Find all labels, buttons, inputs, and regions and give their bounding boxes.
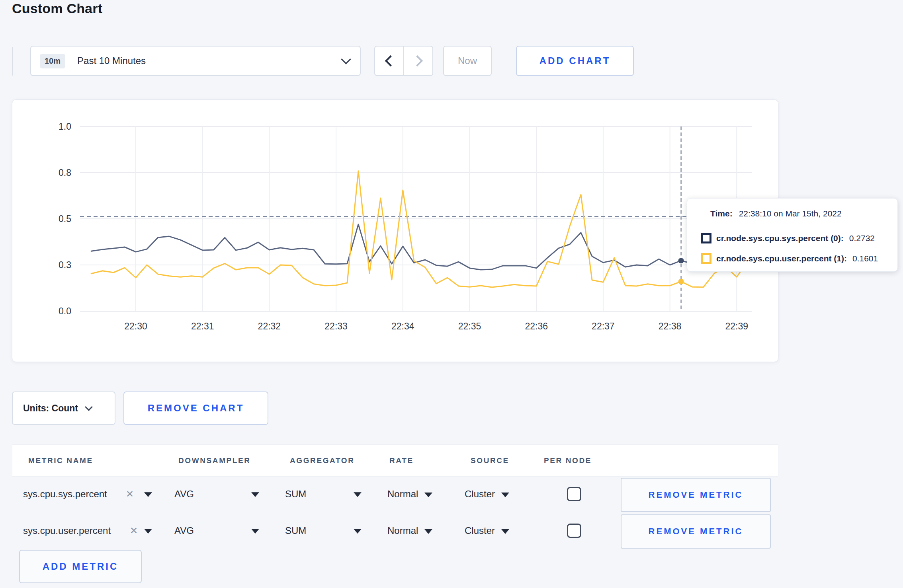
line-chart[interactable]: 0.00.30.50.81.022:3022:3122:3222:3322:34… (12, 100, 778, 362)
rate-select[interactable]: Normal (387, 489, 432, 500)
remove-metric-x-icon[interactable]: ✕ (126, 489, 134, 500)
source-dropdown-caret-icon (501, 493, 509, 497)
svg-text:0.3: 0.3 (59, 260, 71, 270)
units-label: Units: Count (23, 403, 78, 414)
tooltip-series-row: cr.node.sys.cpu.sys.percent (0): 0.2732 (701, 233, 875, 243)
rate-select[interactable]: Normal (387, 525, 432, 536)
metric-name-dropdown-caret-icon[interactable] (144, 529, 152, 533)
rate-dropdown-caret-icon (424, 529, 432, 534)
aggregator-value[interactable]: SUM (285, 489, 306, 500)
source-select[interactable]: Cluster (465, 525, 509, 536)
tooltip-series-name: cr.node.sys.cpu.user.percent (1): (716, 254, 847, 263)
add-chart-button[interactable]: ADD CHART (516, 46, 634, 76)
col-header-source: SOURCE (471, 456, 509, 465)
time-next-button[interactable] (404, 47, 432, 75)
svg-text:22:31: 22:31 (191, 321, 214, 331)
remove-chart-button[interactable]: REMOVE CHART (123, 391, 268, 425)
metric-row: sys.cpu.user.percent ✕ AVG SUM Normal Cl… (12, 512, 778, 549)
remove-metric-x-icon[interactable]: ✕ (130, 525, 138, 536)
tooltip-time-row: Time: 22:38:10 on Mar 15th, 2022 (710, 209, 842, 218)
tooltip-series-value: 0.2732 (849, 234, 875, 243)
tooltip-series-row: cr.node.sys.cpu.user.percent (1): 0.1601 (701, 253, 878, 264)
col-header-metric-name: METRIC NAME (28, 456, 93, 465)
svg-text:22:35: 22:35 (458, 321, 481, 331)
metric-name-dropdown-caret-icon[interactable] (144, 492, 152, 497)
col-header-downsampler: DOWNSAMPLER (178, 456, 251, 465)
svg-text:22:33: 22:33 (324, 321, 348, 331)
tooltip-series-name: cr.node.sys.cpu.sys.percent (0): (716, 234, 844, 243)
metrics-table-header: METRIC NAME DOWNSAMPLER AGGREGATOR RATE … (12, 444, 778, 477)
svg-text:22:37: 22:37 (592, 321, 615, 331)
time-prev-button[interactable] (375, 47, 404, 75)
downsampler-dropdown-caret-icon[interactable] (251, 492, 259, 497)
svg-text:22:34: 22:34 (391, 321, 414, 331)
metric-row: sys.cpu.sys.percent ✕ AVG SUM Normal Clu… (12, 476, 778, 512)
per-node-checkbox[interactable] (567, 487, 581, 501)
metric-name-value[interactable]: sys.cpu.sys.percent (23, 489, 107, 500)
svg-text:0.0: 0.0 (59, 306, 71, 316)
remove-metric-button[interactable]: REMOVE METRIC (621, 478, 771, 512)
svg-text:0.5: 0.5 (59, 214, 71, 224)
aggregator-dropdown-caret-icon[interactable] (354, 492, 362, 497)
series-swatch-icon (701, 253, 711, 264)
add-metric-button[interactable]: ADD METRIC (19, 550, 142, 583)
chevron-down-icon (341, 54, 351, 64)
chevron-down-icon (85, 403, 93, 411)
svg-text:22:32: 22:32 (258, 321, 281, 331)
toolbar-divider (12, 47, 13, 76)
chevron-right-icon (411, 55, 422, 66)
time-range-label: Past 10 Minutes (77, 55, 146, 66)
aggregator-dropdown-caret-icon[interactable] (354, 529, 362, 533)
chevron-left-icon (385, 55, 396, 66)
chart-hover-tooltip: Time: 22:38:10 on Mar 15th, 2022 cr.node… (687, 198, 898, 272)
metric-name-value[interactable]: sys.cpu.user.percent (23, 525, 111, 536)
now-button[interactable]: Now (443, 46, 492, 76)
svg-text:22:39: 22:39 (725, 321, 749, 331)
svg-text:1.0: 1.0 (59, 121, 71, 132)
time-nav-group (374, 46, 433, 76)
remove-metric-button[interactable]: REMOVE METRIC (621, 514, 771, 549)
svg-text:22:38: 22:38 (659, 321, 682, 331)
downsampler-value[interactable]: AVG (174, 525, 194, 536)
downsampler-dropdown-caret-icon[interactable] (251, 529, 259, 533)
col-header-rate: RATE (389, 456, 414, 465)
tooltip-time-label: Time: (710, 209, 733, 218)
rate-dropdown-caret-icon (424, 493, 432, 497)
col-header-aggregator: AGGREGATOR (290, 456, 355, 465)
chart-card: 0.00.30.50.81.022:3022:3122:3222:3322:34… (12, 99, 778, 362)
page-title: Custom Chart (12, 1, 102, 16)
series-swatch-icon (701, 233, 711, 243)
tooltip-series-value: 0.1601 (852, 254, 878, 263)
time-range-badge: 10m (40, 54, 65, 68)
per-node-checkbox[interactable] (567, 524, 581, 538)
svg-text:22:36: 22:36 (525, 321, 548, 331)
svg-text:0.8: 0.8 (59, 167, 71, 178)
downsampler-value[interactable]: AVG (174, 489, 194, 500)
units-select[interactable]: Units: Count (12, 391, 115, 425)
svg-text:22:30: 22:30 (124, 321, 147, 331)
aggregator-value[interactable]: SUM (285, 525, 306, 536)
source-select[interactable]: Cluster (465, 489, 509, 500)
time-range-select[interactable]: 10m Past 10 Minutes (30, 46, 361, 76)
tooltip-time-value: 22:38:10 on Mar 15th, 2022 (739, 209, 842, 218)
source-dropdown-caret-icon (501, 529, 509, 534)
col-header-per-node: PER NODE (544, 456, 592, 465)
